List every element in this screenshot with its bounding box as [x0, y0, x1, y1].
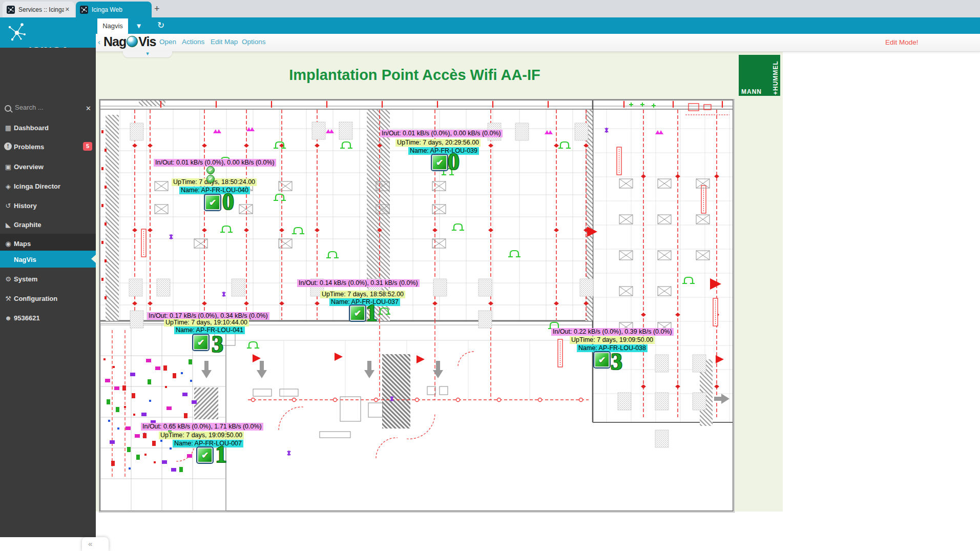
ap-status-ok-icon[interactable]: ✔	[205, 195, 220, 210]
ap-service-count: 3	[212, 333, 223, 356]
ap-service-count: 1	[366, 301, 378, 325]
ap-name-label: Name: AP-FR-LOU-037	[329, 298, 400, 306]
ap-status-ok-icon[interactable]: ✔	[594, 352, 610, 368]
ap-service-count: 3	[611, 350, 622, 374]
check-icon: ✔	[598, 355, 606, 365]
icinga-nagvis-app: Services :: Icinga Web ✕ Icinga Web + Na…	[0, 0, 980, 551]
check-icon: ✔	[197, 337, 204, 348]
ap-service-count: 0	[448, 150, 460, 174]
ap-status-ok-icon[interactable]: ✔	[193, 335, 208, 350]
ap-inout-label: In/Out: 0.01 kB/s (0.0%), 0.00 kB/s (0.0…	[154, 159, 276, 167]
ap-name-label: Name: AP-FR-LOU-041	[174, 326, 245, 334]
ap-status-ok-icon[interactable]: ✔	[197, 447, 213, 463]
check-icon: ✔	[354, 308, 361, 319]
ap-service-count: 1	[215, 443, 227, 466]
ap-name-label: Name: AP-FR-LOU-039	[408, 147, 479, 155]
ap-uptime-label: UpTime: 7 days, 18:58:52.00	[320, 291, 405, 298]
ap-status-ok-icon[interactable]: ✔	[350, 305, 365, 321]
mini-ok-icon[interactable]: ✔	[206, 175, 215, 183]
ap-uptime-label: UpTime: 7 days, 20:29:56.00	[395, 139, 481, 147]
ap-uptime-label: UpTime: 7 days, 19:09:50.00	[159, 432, 244, 439]
ap-inout-label: In/Out: 0.14 kB/s (0.0%), 0.31 kB/s (0.0…	[297, 279, 420, 287]
sidebar-collapse-button[interactable]: «	[82, 537, 109, 551]
ap-name-label: Name: AP-FR-LOU-040	[179, 187, 250, 194]
ap-inout-label: In/Out: 0.01 kB/s (0.0%), 0.00 kB/s (0.0…	[380, 130, 503, 137]
ap-service-count: 0	[222, 190, 234, 214]
ap-name-label: Name: AP-FR-LOU-007	[173, 440, 243, 447]
ap-uptime-label: UpTime: 7 days, 19:09:50.00	[570, 336, 655, 344]
ap-status-ok-icon[interactable]: ✔	[432, 155, 447, 170]
mini-ok-icon[interactable]: ✔	[206, 166, 215, 174]
ap-inout-label: In/Out: 0.65 kB/s (0.0%), 1.71 kB/s (0.0…	[141, 423, 263, 431]
check-icon: ✔	[201, 450, 208, 461]
check-icon: ✔	[209, 197, 216, 208]
ap-uptime-label: UpTime: 7 days, 19:10:44.00	[164, 319, 249, 326]
ap-inout-label: In/Out: 0.22 kB/s (0.0%), 0.39 kB/s (0.0…	[551, 328, 674, 336]
access-point-layer: In/Out: 0.01 kB/s (0.0%), 0.00 kB/s (0.0…	[0, 0, 980, 551]
check-icon: ✔	[436, 157, 443, 168]
